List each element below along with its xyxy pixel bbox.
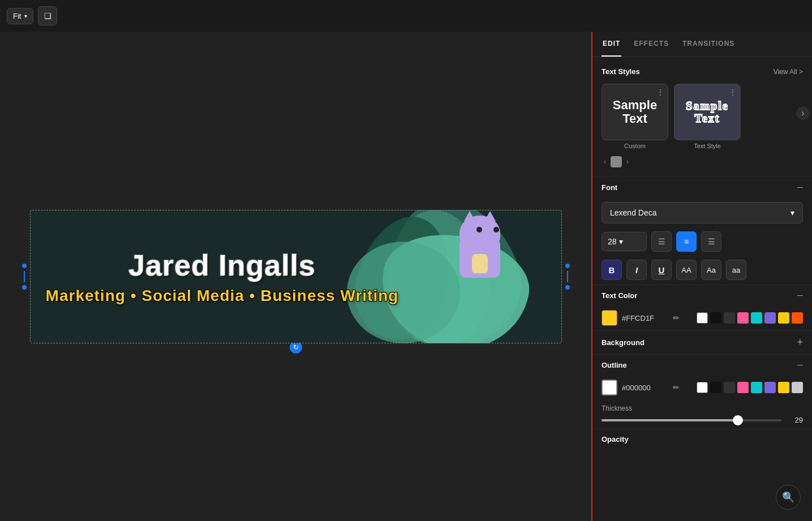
cat-eye-right: [493, 227, 499, 232]
sidebar-content: Text Styles View All > ⋮ SampleText Cust…: [592, 57, 812, 521]
thickness-value: 29: [787, 416, 803, 424]
align-right-btn[interactable]: ☰: [701, 231, 721, 252]
outline-preset-cyan[interactable]: [751, 382, 762, 393]
preset-black1[interactable]: [710, 312, 721, 324]
text-size-aa-big[interactable]: AA: [676, 260, 697, 280]
align-right-icon: ☰: [708, 237, 715, 246]
canvas-banner: Jared Ingalls Marketing • Social Media •…: [30, 210, 562, 343]
preset-cyan[interactable]: [751, 312, 762, 324]
text-style-card-style[interactable]: ⋮ SampleText: [674, 84, 741, 140]
thickness-section: Thickness 29: [592, 400, 812, 429]
preset-yellow[interactable]: [778, 312, 789, 324]
font-section-title: Font: [602, 183, 617, 192]
text-style-next-arrow[interactable]: ›: [796, 106, 810, 120]
font-size-select[interactable]: 28 ▾: [602, 232, 647, 251]
text-size-aa-med[interactable]: Aa: [701, 260, 721, 280]
text-color-picker-icon[interactable]: ✏: [673, 313, 680, 322]
color-nav-next[interactable]: ›: [624, 157, 631, 167]
size-align-row: 28 ▾ ☰ ≡ ☰: [592, 228, 812, 255]
banner-title: Jared Ingalls: [128, 248, 316, 282]
preset-purple[interactable]: [764, 312, 776, 324]
fit-dropdown[interactable]: Fit ▾: [7, 8, 33, 24]
outline-preset-black2[interactable]: [724, 382, 735, 393]
font-collapse-icon[interactable]: ─: [797, 183, 803, 192]
view-all-button[interactable]: View All >: [774, 68, 803, 76]
outline-section-header: Outline ─: [592, 354, 812, 375]
outline-picker-icon[interactable]: ✏: [673, 383, 680, 392]
align-left-btn[interactable]: ☰: [651, 231, 672, 252]
preset-pink[interactable]: [737, 312, 749, 324]
opacity-section-header: Opacity: [592, 429, 812, 449]
color-dots-row: ‹ ›: [592, 156, 812, 167]
tab-transitions[interactable]: TRANSITIONS: [681, 32, 736, 57]
font-dropdown[interactable]: Lexend Deca ▾: [602, 202, 803, 223]
font-size-value: 28: [608, 237, 617, 246]
text-style-cards: ⋮ SampleText Custom ⋮ SampleText Text St…: [592, 84, 812, 149]
text-style-card-custom[interactable]: ⋮ SampleText: [602, 84, 668, 140]
preset-white[interactable]: [697, 312, 708, 324]
preset-black2[interactable]: [724, 312, 735, 324]
text-color-title: Text Color: [602, 291, 637, 300]
text-color-section-header: Text Color ─: [592, 285, 812, 305]
underline-icon: U: [659, 265, 665, 275]
align-center-btn[interactable]: ≡: [676, 231, 697, 252]
outline-color-swatch[interactable]: [602, 380, 617, 395]
outline-preset-purple[interactable]: [764, 382, 776, 393]
outline-collapse[interactable]: ─: [797, 360, 803, 369]
outline-preset-pink[interactable]: [737, 382, 749, 393]
sidebar: EDIT EFFECTS TRANSITIONS Text Styles Vie…: [591, 32, 812, 521]
text-color-value[interactable]: #FFCD1F: [622, 314, 667, 322]
banner-text-area: Jared Ingalls Marketing • Social Media •…: [30, 210, 415, 343]
right-handles[interactable]: [565, 264, 570, 290]
outline-color-row: #000000 ✏: [602, 380, 803, 395]
outline-color-value[interactable]: #000000: [622, 384, 667, 392]
underline-button[interactable]: U: [651, 260, 672, 280]
text-size-aa-small[interactable]: aa: [726, 260, 746, 280]
italic-button[interactable]: I: [626, 260, 647, 280]
bold-button[interactable]: B: [602, 260, 622, 280]
card-sample-1: SampleText: [613, 98, 657, 126]
preset-orange[interactable]: [792, 312, 803, 324]
color-dot-1[interactable]: [611, 156, 622, 167]
aa-med-label: Aa: [707, 266, 716, 274]
text-color-swatch[interactable]: [602, 310, 617, 326]
canvas-area: ↻: [0, 32, 591, 521]
outline-preset-white[interactable]: [697, 382, 708, 393]
card-sample-2: SampleText: [686, 100, 728, 124]
thickness-slider-row: 29: [602, 416, 803, 424]
background-section-header: Background +: [592, 330, 812, 354]
style-btns-row: B I U AA Aa aa: [592, 257, 812, 282]
tab-effects[interactable]: EFFECTS: [633, 32, 670, 57]
thickness-label: Thickness: [602, 404, 803, 412]
banner-subtitle: Marketing • Social Media • Business Writ…: [46, 287, 399, 305]
text-color-section: #FFCD1F ✏: [592, 305, 812, 330]
font-selected: Lexend Deca: [610, 208, 657, 217]
font-section-header: Font ─: [592, 176, 812, 197]
text-styles-title: Text Styles: [602, 67, 640, 76]
bold-icon: B: [609, 265, 615, 275]
italic-icon: I: [635, 265, 638, 275]
thickness-slider-track[interactable]: [602, 419, 781, 421]
aa-big-label: AA: [681, 266, 691, 274]
background-add-icon[interactable]: +: [797, 337, 803, 348]
left-handles[interactable]: [22, 264, 27, 290]
thickness-slider-thumb[interactable]: [733, 415, 743, 425]
opacity-title: Opacity: [602, 435, 629, 444]
text-color-collapse[interactable]: ─: [797, 291, 803, 300]
outline-section: #000000 ✏: [592, 375, 812, 400]
align-center-icon: ≡: [684, 237, 689, 246]
search-fab[interactable]: 🔍: [776, 485, 801, 510]
card-dots-1[interactable]: ⋮: [656, 88, 664, 97]
tab-edit[interactable]: EDIT: [602, 32, 621, 57]
cat-eye-left: [476, 227, 482, 232]
outline-preset-gray[interactable]: [792, 382, 803, 393]
cat-character: [452, 216, 508, 278]
fit-label: Fit: [13, 12, 21, 20]
outline-preset-yellow[interactable]: [778, 382, 789, 393]
background-title: Background: [602, 338, 645, 347]
copy-button[interactable]: ❏: [38, 6, 57, 25]
text-styles-header: Text Styles View All >: [592, 64, 812, 79]
color-nav-prev[interactable]: ‹: [602, 157, 608, 167]
card-dots-2[interactable]: ⋮: [729, 88, 737, 97]
outline-preset-black1[interactable]: [710, 382, 721, 393]
